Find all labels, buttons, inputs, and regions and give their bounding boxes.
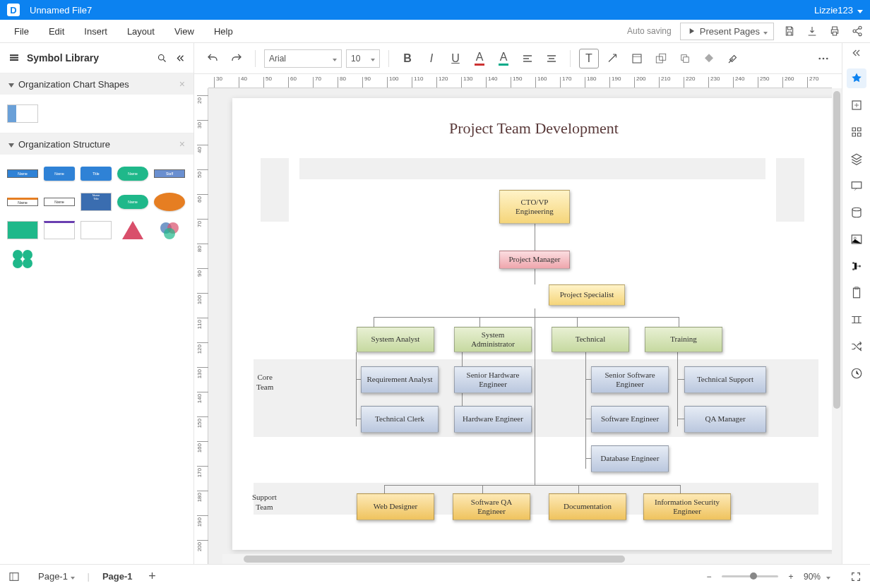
shape-thumb[interactable]: Name <box>44 191 75 212</box>
box-web-designer[interactable]: Web Designer <box>357 493 434 520</box>
data-panel-icon[interactable] <box>847 203 866 222</box>
box-pm[interactable]: Project Manager <box>499 251 570 269</box>
box-ps[interactable]: Project Specialist <box>549 284 625 306</box>
vertical-scrollbar[interactable] <box>832 88 842 564</box>
save-icon[interactable] <box>782 24 797 38</box>
menu-edit[interactable]: Edit <box>40 22 73 41</box>
shape-thumb[interactable]: Title <box>81 163 112 184</box>
grid-panel-icon[interactable] <box>847 122 866 142</box>
export-panel-icon[interactable] <box>847 95 866 115</box>
menu-help[interactable]: Help <box>205 22 242 41</box>
theme-panel-icon[interactable] <box>847 68 866 88</box>
shape-thumb[interactable]: Name <box>44 163 75 184</box>
shape-thumb[interactable]: Name <box>117 163 148 184</box>
redo-button[interactable] <box>227 49 246 68</box>
box-sw-qa[interactable]: Software QA Engineer <box>453 493 530 520</box>
shape-thumb[interactable] <box>7 220 38 241</box>
expand-rail-icon[interactable] <box>851 47 862 61</box>
horizontal-scrollbar[interactable] <box>222 554 832 564</box>
box-db-eng[interactable]: Database Engineer <box>591 445 669 472</box>
history-panel-icon[interactable] <box>847 364 866 383</box>
arrange-button[interactable] <box>675 49 695 68</box>
box-sw-eng[interactable]: Software Engineer <box>591 406 669 433</box>
menu-file[interactable]: File <box>6 22 37 41</box>
share-icon[interactable] <box>850 24 864 38</box>
shape-thumb[interactable]: Name <box>7 163 38 184</box>
box-tech-clerk[interactable]: Technical Clerk <box>361 406 439 433</box>
italic-button[interactable]: I <box>422 49 441 68</box>
bold-button[interactable]: B <box>398 49 417 68</box>
lib-header-org-chart[interactable]: Organization Chart Shapes × <box>0 73 193 95</box>
add-page-button[interactable]: + <box>145 570 160 584</box>
shape-thumb[interactable] <box>154 191 185 212</box>
shape-thumb[interactable] <box>7 248 38 269</box>
shape-thumb[interactable] <box>44 220 75 241</box>
shape-thumb[interactable] <box>7 103 38 124</box>
page-layout-icon[interactable] <box>7 570 21 584</box>
page[interactable]: Project Team Development <box>232 98 835 550</box>
collapse-sidebar-icon[interactable] <box>174 53 185 64</box>
comment-panel-icon[interactable] <box>847 176 866 196</box>
shape-thumb[interactable]: Name <box>117 191 148 212</box>
present-pages-button[interactable]: Present Pages <box>680 23 774 40</box>
align-vert-button[interactable] <box>542 49 561 68</box>
box-infosec[interactable]: Information Security Engineer <box>643 493 731 520</box>
shape-thumb[interactable] <box>154 220 185 241</box>
text-tool-button[interactable]: T <box>579 49 599 68</box>
font-family-select[interactable]: Arial <box>264 49 342 68</box>
download-icon[interactable] <box>805 24 819 38</box>
box-cto[interactable]: CTO/VP Engineering <box>499 190 570 224</box>
fullscreen-button[interactable] <box>849 570 863 584</box>
box-training[interactable]: Training <box>645 327 722 352</box>
font-size-select[interactable]: 10 <box>346 49 380 68</box>
container-button[interactable] <box>627 49 647 68</box>
shape-thumb[interactable] <box>81 220 112 241</box>
close-icon[interactable]: × <box>179 78 185 90</box>
box-hw-eng[interactable]: Hardware Engineer <box>454 406 532 433</box>
connector-button[interactable] <box>603 49 623 68</box>
align-panel-icon[interactable] <box>847 310 866 330</box>
zoom-in-button[interactable]: + <box>784 570 798 584</box>
lib-header-org-structure[interactable]: Organization Structure × <box>0 133 193 155</box>
box-technical[interactable]: Technical <box>552 327 629 352</box>
box-tech-support[interactable]: Technical Support <box>684 366 766 393</box>
fill-button[interactable] <box>699 49 719 68</box>
group-button[interactable] <box>651 49 671 68</box>
page-tab-dropdown[interactable]: Page-1 <box>31 568 82 584</box>
menu-view[interactable]: View <box>166 22 203 41</box>
shape-thumb[interactable] <box>117 220 148 241</box>
box-sys-analyst[interactable]: System Analyst <box>357 327 434 352</box>
clipboard-panel-icon[interactable] <box>847 283 866 303</box>
shape-thumb[interactable]: Staff <box>154 163 185 184</box>
menu-insert[interactable]: Insert <box>76 22 116 41</box>
app-logo-icon[interactable]: D <box>7 4 20 16</box>
image-panel-icon[interactable] <box>847 229 866 249</box>
shape-thumb[interactable]: Name <box>7 191 38 212</box>
print-icon[interactable] <box>828 24 842 38</box>
box-sys-admin[interactable]: System Administrator <box>454 327 532 352</box>
shape-thumb[interactable]: NameTitle <box>81 191 112 212</box>
undo-button[interactable] <box>203 49 222 68</box>
box-sr-hw[interactable]: Senior Hardware Engineer <box>454 366 532 393</box>
zoom-level-label[interactable]: 90% <box>804 572 821 582</box>
more-options-button[interactable] <box>814 49 833 68</box>
page-tab-active[interactable]: Page-1 <box>95 568 140 584</box>
box-documentation[interactable]: Documentation <box>549 493 626 520</box>
close-icon[interactable]: × <box>179 138 185 150</box>
eyedropper-button[interactable] <box>723 49 743 68</box>
zoom-out-button[interactable]: − <box>702 570 716 584</box>
underline-button[interactable]: U <box>446 49 465 68</box>
box-req-analyst[interactable]: Requirement Analyst <box>361 366 439 393</box>
user-menu[interactable]: Lizzie123 <box>814 5 863 16</box>
layers-panel-icon[interactable] <box>847 149 866 169</box>
box-qa-mgr[interactable]: QA Manager <box>684 406 766 433</box>
box-sr-sw[interactable]: Senior Software Engineer <box>591 366 669 393</box>
canvas[interactable]: Project Team Development <box>208 88 842 564</box>
search-icon[interactable] <box>157 53 167 64</box>
zoom-slider[interactable] <box>722 575 778 577</box>
highlight-button[interactable]: A <box>494 49 513 68</box>
tree-panel-icon[interactable] <box>847 256 866 276</box>
menu-layout[interactable]: Layout <box>119 22 163 41</box>
font-color-button[interactable]: A <box>470 49 489 68</box>
shuffle-panel-icon[interactable] <box>847 337 866 356</box>
